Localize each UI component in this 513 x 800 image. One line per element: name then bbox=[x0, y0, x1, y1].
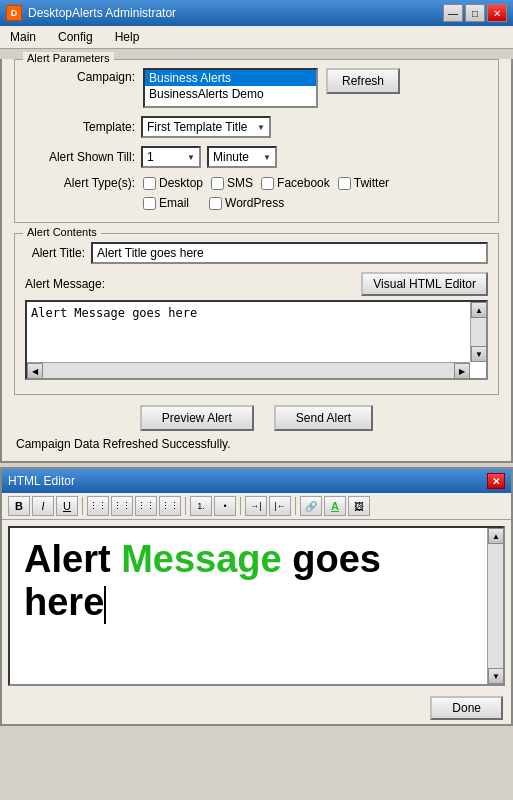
toolbar-outdent-button[interactable]: |← bbox=[269, 496, 291, 516]
checkbox-sms-label: SMS bbox=[227, 176, 253, 190]
checkbox-desktop[interactable]: Desktop bbox=[143, 176, 203, 190]
editor-scroll-track bbox=[488, 544, 503, 668]
alert-title-row: Alert Title: bbox=[25, 242, 488, 264]
alert-shown-num-dropdown[interactable]: 1 ▼ bbox=[141, 146, 201, 168]
checkbox-facebook-label: Facebook bbox=[277, 176, 330, 190]
minimize-button[interactable]: — bbox=[443, 4, 463, 22]
menu-config[interactable]: Config bbox=[52, 28, 99, 46]
editor-scroll-up-btn[interactable]: ▲ bbox=[488, 528, 504, 544]
alert-shown-num-value: 1 bbox=[147, 150, 154, 164]
status-text: Campaign Data Refreshed Successfully. bbox=[2, 437, 511, 451]
toolbar-link-button[interactable]: 🔗 bbox=[300, 496, 322, 516]
alert-shown-unit-dropdown[interactable]: Minute ▼ bbox=[207, 146, 277, 168]
toolbar-separator-3 bbox=[240, 497, 241, 515]
campaign-item-1[interactable]: BusinessAlerts Demo bbox=[145, 86, 316, 102]
toolbar-separator-2 bbox=[185, 497, 186, 515]
template-dropdown[interactable]: First Template Title ▼ bbox=[141, 116, 271, 138]
checkbox-email[interactable]: Email bbox=[143, 196, 189, 210]
dropdown-unit-arrow-icon: ▼ bbox=[263, 153, 271, 162]
toolbar-align-right-button[interactable]: ⋮⋮ bbox=[135, 496, 157, 516]
checkbox-wordpress[interactable]: WordPress bbox=[209, 196, 284, 210]
checkbox-wordpress-label: WordPress bbox=[225, 196, 284, 210]
window-title: DesktopAlerts Administrator bbox=[28, 6, 176, 20]
template-label: Template: bbox=[25, 120, 135, 134]
alert-parameters-title: Alert Parameters bbox=[23, 52, 114, 64]
toolbar-indent-button[interactable]: →| bbox=[245, 496, 267, 516]
vertical-scrollbar[interactable]: ▲ ▼ bbox=[470, 302, 486, 362]
campaign-label: Campaign: bbox=[25, 68, 135, 84]
toolbar-align-justify-button[interactable]: ⋮⋮ bbox=[159, 496, 181, 516]
html-editor-window: HTML Editor ✕ B I U ⋮⋮ ⋮⋮ ⋮⋮ ⋮⋮ 1. • →| … bbox=[0, 467, 513, 726]
alert-shown-label: Alert Shown Till: bbox=[25, 150, 135, 164]
alert-types-label: Alert Type(s): bbox=[25, 176, 135, 190]
scroll-left-btn[interactable]: ◀ bbox=[27, 363, 43, 379]
main-window: Alert Parameters Campaign: Business Aler… bbox=[0, 59, 513, 463]
toolbar-separator-4 bbox=[295, 497, 296, 515]
toolbar-ol-button[interactable]: 1. bbox=[190, 496, 212, 516]
message-textarea[interactable] bbox=[27, 302, 470, 362]
toolbar-image-button[interactable]: 🖼 bbox=[348, 496, 370, 516]
editor-scroll-down-btn[interactable]: ▼ bbox=[488, 668, 504, 684]
checkbox-desktop-label: Desktop bbox=[159, 176, 203, 190]
toolbar-ul-button[interactable]: • bbox=[214, 496, 236, 516]
scroll-right-btn[interactable]: ▶ bbox=[454, 363, 470, 379]
send-alert-button[interactable]: Send Alert bbox=[274, 405, 373, 431]
window-controls: — □ ✕ bbox=[443, 4, 507, 22]
menu-help[interactable]: Help bbox=[109, 28, 146, 46]
campaign-row: Campaign: Business Alerts BusinessAlerts… bbox=[25, 68, 488, 108]
done-button[interactable]: Done bbox=[430, 696, 503, 720]
visual-html-editor-button[interactable]: Visual HTML Editor bbox=[361, 272, 488, 296]
horizontal-scrollbar[interactable]: ◀ ▶ bbox=[27, 362, 470, 378]
close-button[interactable]: ✕ bbox=[487, 4, 507, 22]
cursor-icon bbox=[104, 586, 106, 624]
alert-message-label: Alert Message: bbox=[25, 277, 105, 291]
dropdown-num-arrow-icon: ▼ bbox=[187, 153, 195, 162]
campaign-item-0[interactable]: Business Alerts bbox=[145, 70, 316, 86]
dropdown-arrow-icon: ▼ bbox=[257, 123, 265, 132]
maximize-button[interactable]: □ bbox=[465, 4, 485, 22]
template-value: First Template Title bbox=[147, 120, 247, 134]
app-icon: D bbox=[6, 5, 22, 21]
alert-shown-unit-value: Minute bbox=[213, 150, 249, 164]
html-editor-titlebar: HTML Editor ✕ bbox=[2, 469, 511, 493]
checkbox-desktop-input[interactable] bbox=[143, 177, 156, 190]
preview-alert-button[interactable]: Preview Alert bbox=[140, 405, 254, 431]
editor-scrollbar-v[interactable]: ▲ ▼ bbox=[487, 528, 503, 684]
editor-bottom-bar: Done bbox=[2, 692, 511, 724]
scroll-track-v bbox=[471, 318, 486, 346]
checkbox-twitter-input[interactable] bbox=[338, 177, 351, 190]
scroll-down-btn[interactable]: ▼ bbox=[471, 346, 487, 362]
editor-content[interactable]: Alert Message goes here bbox=[10, 528, 487, 684]
toolbar-underline-button[interactable]: U bbox=[56, 496, 78, 516]
alert-parameters-group: Alert Parameters Campaign: Business Aler… bbox=[14, 59, 499, 223]
title-bar: D DesktopAlerts Administrator — □ ✕ bbox=[0, 0, 513, 26]
toolbar-align-left-button[interactable]: ⋮⋮ bbox=[87, 496, 109, 516]
toolbar-bold-button[interactable]: B bbox=[8, 496, 30, 516]
checkbox-sms[interactable]: SMS bbox=[211, 176, 253, 190]
campaign-listbox[interactable]: Business Alerts BusinessAlerts Demo bbox=[143, 68, 318, 108]
checkbox-facebook-input[interactable] bbox=[261, 177, 274, 190]
action-buttons-row: Preview Alert Send Alert bbox=[2, 405, 511, 431]
editor-text-black2: goes bbox=[282, 538, 381, 580]
alert-contents-title: Alert Contents bbox=[23, 226, 101, 238]
checkbox-wordpress-input[interactable] bbox=[209, 197, 222, 210]
refresh-button[interactable]: Refresh bbox=[326, 68, 400, 94]
toolbar-italic-button[interactable]: I bbox=[32, 496, 54, 516]
checkbox-email-input[interactable] bbox=[143, 197, 156, 210]
toolbar-separator-1 bbox=[82, 497, 83, 515]
alert-title-input[interactable] bbox=[91, 242, 488, 264]
checkbox-twitter-label: Twitter bbox=[354, 176, 389, 190]
alert-shown-row: Alert Shown Till: 1 ▼ Minute ▼ bbox=[25, 146, 488, 168]
checkbox-email-label: Email bbox=[159, 196, 189, 210]
toolbar-color-button[interactable]: A bbox=[324, 496, 346, 516]
menu-bar: Main Config Help bbox=[0, 26, 513, 49]
alert-message-row: Alert Message: Visual HTML Editor bbox=[25, 272, 488, 296]
checkbox-facebook[interactable]: Facebook bbox=[261, 176, 330, 190]
scroll-up-btn[interactable]: ▲ bbox=[471, 302, 487, 318]
checkbox-twitter[interactable]: Twitter bbox=[338, 176, 389, 190]
menu-main[interactable]: Main bbox=[4, 28, 42, 46]
toolbar-align-center-button[interactable]: ⋮⋮ bbox=[111, 496, 133, 516]
html-editor-close-button[interactable]: ✕ bbox=[487, 473, 505, 489]
checkbox-sms-input[interactable] bbox=[211, 177, 224, 190]
message-textarea-container: ▲ ▼ ◀ ▶ bbox=[25, 300, 488, 380]
